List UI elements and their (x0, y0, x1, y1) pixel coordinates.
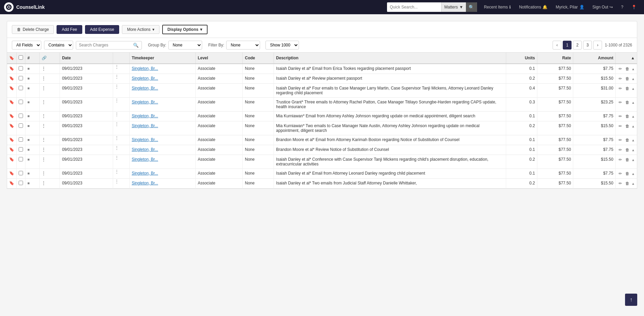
row-context-menu[interactable]: ⋮ (113, 135, 129, 145)
row-checkbox-cell[interactable] (17, 64, 25, 74)
edit-row-button[interactable]: ✏ (618, 123, 623, 129)
collapse-row-button[interactable]: ▲ (631, 158, 635, 162)
row-attachment-icon[interactable]: ⋮ (40, 145, 60, 155)
row-bookmark-icon[interactable]: 🔖 (7, 74, 17, 84)
collapse-row-button[interactable]: ▲ (631, 115, 635, 118)
display-options-button[interactable]: Display Options ▾ (162, 25, 208, 34)
delete-row-button[interactable]: 🗑 (624, 137, 630, 143)
row-checkbox[interactable] (19, 171, 23, 175)
select-all-checkbox[interactable] (19, 55, 23, 60)
page-1-button[interactable]: 1 (563, 41, 572, 50)
collapse-row-button[interactable]: ▲ (631, 124, 635, 128)
group-by-select[interactable]: None (168, 41, 202, 50)
level-header[interactable]: Level (195, 53, 242, 64)
row-context-menu[interactable]: ⋮ (113, 74, 129, 84)
edit-row-button[interactable]: ✏ (618, 147, 623, 153)
row-bookmark-icon[interactable]: 🔖 (7, 155, 17, 169)
row-checkbox-cell[interactable] (17, 145, 25, 155)
row-checkbox-cell[interactable] (17, 155, 25, 169)
prev-page-button[interactable]: ‹ (553, 41, 561, 50)
row-timekeeper[interactable]: Singleton, Br... (129, 155, 195, 169)
page-2-button[interactable]: 2 (573, 41, 582, 50)
row-attachment-icon[interactable]: ⋮ (40, 64, 60, 74)
delete-row-button[interactable]: 🗑 (624, 123, 630, 129)
location-nav[interactable]: 📍 (628, 0, 640, 14)
row-checkbox-cell[interactable] (17, 98, 25, 112)
row-context-menu[interactable]: ⋮ (113, 145, 129, 155)
row-timekeeper[interactable]: Singleton, Br... (129, 112, 195, 121)
contains-select[interactable]: Contains (44, 41, 73, 50)
row-checkbox[interactable] (19, 157, 23, 161)
collapse-row-button[interactable]: ▲ (631, 101, 635, 104)
add-fee-button[interactable]: Add Fee (57, 25, 82, 34)
row-attachment-icon[interactable]: ⋮ (40, 155, 60, 169)
more-actions-button[interactable]: More Actions ▾ (122, 25, 159, 34)
collapse-row-button[interactable]: ▲ (631, 87, 635, 91)
edit-row-button[interactable]: ✏ (618, 76, 623, 81)
row-timekeeper[interactable]: Singleton, Br... (129, 121, 195, 135)
row-checkbox[interactable] (19, 76, 23, 80)
delete-row-button[interactable]: 🗑 (624, 76, 630, 81)
row-attachment-icon[interactable]: ⋮ (40, 112, 60, 121)
filter-by-select[interactable]: None (226, 41, 260, 50)
show-count-select[interactable]: Show 1000 (265, 41, 299, 50)
add-expense-button[interactable]: Add Expense (85, 25, 119, 34)
edit-row-button[interactable]: ✏ (618, 66, 623, 72)
row-checkbox[interactable] (19, 114, 23, 118)
global-search-box[interactable]: Matters ▼ 🔍 (387, 2, 477, 12)
delete-row-button[interactable]: 🗑 (624, 66, 630, 72)
row-timekeeper[interactable]: Singleton, Br... (129, 84, 195, 98)
row-checkbox-cell[interactable] (17, 112, 25, 121)
row-context-menu[interactable]: ⋮ (113, 84, 129, 98)
row-timekeeper[interactable]: Singleton, Br... (129, 98, 195, 112)
select-all-header[interactable] (17, 53, 25, 64)
row-checkbox[interactable] (19, 100, 23, 104)
row-timekeeper[interactable]: Singleton, Br... (129, 74, 195, 84)
quick-search-input[interactable] (387, 2, 441, 12)
notifications-nav[interactable]: Notifications 🔔 (516, 0, 551, 14)
collapse-row-button[interactable]: ▲ (631, 138, 635, 142)
timekeeper-header[interactable]: Timekeeper (129, 53, 195, 64)
row-bookmark-icon[interactable]: 🔖 (7, 169, 17, 179)
date-header[interactable]: Date (60, 53, 113, 64)
collapse-row-button[interactable]: ▲ (631, 67, 635, 71)
units-header[interactable]: Units (506, 53, 537, 64)
recent-items-nav[interactable]: Recent Items ℹ (480, 0, 514, 14)
delete-charge-button[interactable]: 🗑 Delete Charge (12, 25, 54, 34)
row-timekeeper[interactable]: Singleton, Br... (129, 145, 195, 155)
row-attachment-icon[interactable]: ⋮ (40, 121, 60, 135)
row-context-menu[interactable]: ⋮ (113, 98, 129, 112)
sign-out-nav[interactable]: Sign Out ↪ (589, 0, 617, 14)
delete-row-button[interactable]: 🗑 (624, 100, 630, 105)
row-context-menu[interactable]: ⋮ (113, 155, 129, 169)
row-checkbox[interactable] (19, 181, 23, 185)
search-charges-button[interactable]: 🔍 (130, 41, 142, 49)
row-timekeeper[interactable]: Singleton, Br... (129, 135, 195, 145)
collapse-row-button[interactable]: ▲ (631, 182, 635, 185)
field-select[interactable]: All Fields (12, 41, 41, 50)
row-attachment-icon[interactable]: ⋮ (40, 98, 60, 112)
edit-row-button[interactable]: ✏ (618, 86, 623, 91)
delete-row-button[interactable]: 🗑 (624, 147, 630, 153)
user-nav[interactable]: Myrick, Pilar 👤 (552, 0, 587, 14)
row-attachment-icon[interactable]: ⋮ (40, 84, 60, 98)
next-page-button[interactable]: › (593, 41, 602, 50)
row-checkbox[interactable] (19, 86, 23, 90)
edit-row-button[interactable]: ✏ (618, 171, 623, 176)
collapse-row-button[interactable]: ▲ (631, 77, 635, 81)
delete-row-button[interactable]: 🗑 (624, 86, 630, 91)
row-bookmark-icon[interactable]: 🔖 (7, 64, 17, 74)
row-bookmark-icon[interactable]: 🔖 (7, 121, 17, 135)
row-attachment-icon[interactable]: ⋮ (40, 169, 60, 179)
row-checkbox[interactable] (19, 66, 23, 71)
delete-row-button[interactable]: 🗑 (624, 157, 630, 162)
collapse-row-button[interactable]: ▲ (631, 148, 635, 152)
page-3-button[interactable]: 3 (583, 41, 592, 50)
row-bookmark-icon[interactable]: 🔖 (7, 179, 17, 189)
rate-header[interactable]: Rate (537, 53, 573, 64)
row-bookmark-icon[interactable]: 🔖 (7, 84, 17, 98)
edit-row-button[interactable]: ✏ (618, 137, 623, 143)
edit-row-button[interactable]: ✏ (618, 100, 623, 105)
row-timekeeper[interactable]: Singleton, Br... (129, 179, 195, 189)
edit-row-button[interactable]: ✏ (618, 114, 623, 119)
